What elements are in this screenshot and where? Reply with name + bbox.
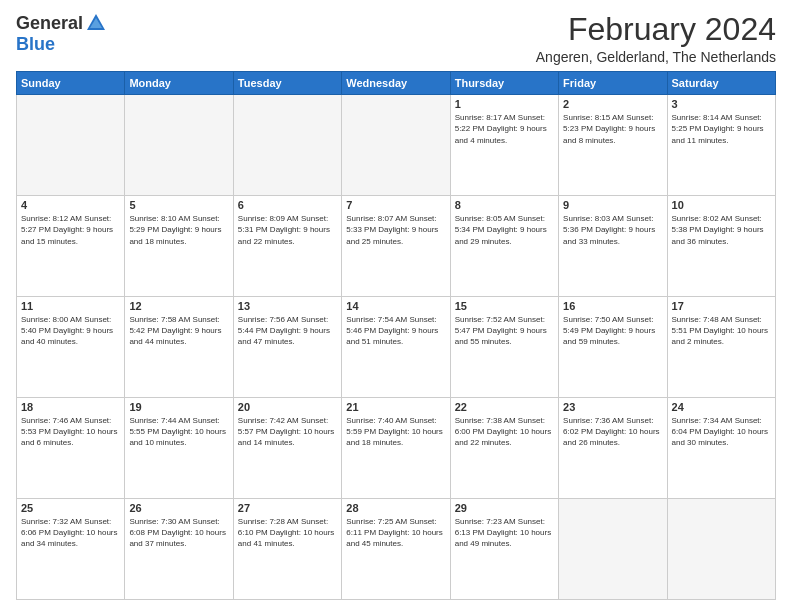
calendar-cell: 25Sunrise: 7:32 AM Sunset: 6:06 PM Dayli… bbox=[17, 499, 125, 600]
day-info: Sunrise: 8:15 AM Sunset: 5:23 PM Dayligh… bbox=[563, 112, 662, 146]
day-number: 11 bbox=[21, 300, 120, 312]
day-info: Sunrise: 8:09 AM Sunset: 5:31 PM Dayligh… bbox=[238, 213, 337, 247]
calendar-week-row: 18Sunrise: 7:46 AM Sunset: 5:53 PM Dayli… bbox=[17, 398, 776, 499]
calendar-cell: 26Sunrise: 7:30 AM Sunset: 6:08 PM Dayli… bbox=[125, 499, 233, 600]
calendar-cell: 5Sunrise: 8:10 AM Sunset: 5:29 PM Daylig… bbox=[125, 196, 233, 297]
day-info: Sunrise: 8:05 AM Sunset: 5:34 PM Dayligh… bbox=[455, 213, 554, 247]
day-info: Sunrise: 7:56 AM Sunset: 5:44 PM Dayligh… bbox=[238, 314, 337, 348]
day-number: 1 bbox=[455, 98, 554, 110]
day-info: Sunrise: 7:46 AM Sunset: 5:53 PM Dayligh… bbox=[21, 415, 120, 449]
day-info: Sunrise: 7:42 AM Sunset: 5:57 PM Dayligh… bbox=[238, 415, 337, 449]
calendar-cell: 23Sunrise: 7:36 AM Sunset: 6:02 PM Dayli… bbox=[559, 398, 667, 499]
day-info: Sunrise: 7:58 AM Sunset: 5:42 PM Dayligh… bbox=[129, 314, 228, 348]
logo: General Blue bbox=[16, 12, 107, 55]
day-info: Sunrise: 8:14 AM Sunset: 5:25 PM Dayligh… bbox=[672, 112, 771, 146]
day-number: 29 bbox=[455, 502, 554, 514]
calendar-cell: 13Sunrise: 7:56 AM Sunset: 5:44 PM Dayli… bbox=[233, 297, 341, 398]
day-number: 18 bbox=[21, 401, 120, 413]
logo-blue: Blue bbox=[16, 34, 55, 55]
day-info: Sunrise: 7:38 AM Sunset: 6:00 PM Dayligh… bbox=[455, 415, 554, 449]
calendar-cell bbox=[667, 499, 775, 600]
calendar-cell: 1Sunrise: 8:17 AM Sunset: 5:22 PM Daylig… bbox=[450, 95, 558, 196]
location: Angeren, Gelderland, The Netherlands bbox=[536, 49, 776, 65]
calendar-cell bbox=[559, 499, 667, 600]
day-info: Sunrise: 7:52 AM Sunset: 5:47 PM Dayligh… bbox=[455, 314, 554, 348]
calendar-cell: 3Sunrise: 8:14 AM Sunset: 5:25 PM Daylig… bbox=[667, 95, 775, 196]
calendar-cell: 19Sunrise: 7:44 AM Sunset: 5:55 PM Dayli… bbox=[125, 398, 233, 499]
day-number: 14 bbox=[346, 300, 445, 312]
month-year: February 2024 bbox=[536, 12, 776, 47]
calendar-cell: 10Sunrise: 8:02 AM Sunset: 5:38 PM Dayli… bbox=[667, 196, 775, 297]
day-info: Sunrise: 8:12 AM Sunset: 5:27 PM Dayligh… bbox=[21, 213, 120, 247]
day-info: Sunrise: 7:40 AM Sunset: 5:59 PM Dayligh… bbox=[346, 415, 445, 449]
calendar-week-row: 4Sunrise: 8:12 AM Sunset: 5:27 PM Daylig… bbox=[17, 196, 776, 297]
calendar-cell: 4Sunrise: 8:12 AM Sunset: 5:27 PM Daylig… bbox=[17, 196, 125, 297]
calendar-cell: 11Sunrise: 8:00 AM Sunset: 5:40 PM Dayli… bbox=[17, 297, 125, 398]
calendar-cell: 28Sunrise: 7:25 AM Sunset: 6:11 PM Dayli… bbox=[342, 499, 450, 600]
col-sunday: Sunday bbox=[17, 72, 125, 95]
day-number: 3 bbox=[672, 98, 771, 110]
day-info: Sunrise: 7:30 AM Sunset: 6:08 PM Dayligh… bbox=[129, 516, 228, 550]
day-number: 12 bbox=[129, 300, 228, 312]
day-number: 20 bbox=[238, 401, 337, 413]
day-number: 7 bbox=[346, 199, 445, 211]
header: General Blue February 2024 Angeren, Geld… bbox=[16, 12, 776, 65]
calendar-cell: 17Sunrise: 7:48 AM Sunset: 5:51 PM Dayli… bbox=[667, 297, 775, 398]
day-number: 23 bbox=[563, 401, 662, 413]
calendar-cell: 12Sunrise: 7:58 AM Sunset: 5:42 PM Dayli… bbox=[125, 297, 233, 398]
day-info: Sunrise: 7:36 AM Sunset: 6:02 PM Dayligh… bbox=[563, 415, 662, 449]
day-number: 9 bbox=[563, 199, 662, 211]
day-number: 27 bbox=[238, 502, 337, 514]
calendar-cell: 15Sunrise: 7:52 AM Sunset: 5:47 PM Dayli… bbox=[450, 297, 558, 398]
day-number: 10 bbox=[672, 199, 771, 211]
day-info: Sunrise: 7:54 AM Sunset: 5:46 PM Dayligh… bbox=[346, 314, 445, 348]
day-number: 19 bbox=[129, 401, 228, 413]
calendar-cell bbox=[125, 95, 233, 196]
calendar-cell: 16Sunrise: 7:50 AM Sunset: 5:49 PM Dayli… bbox=[559, 297, 667, 398]
day-info: Sunrise: 7:34 AM Sunset: 6:04 PM Dayligh… bbox=[672, 415, 771, 449]
day-info: Sunrise: 8:00 AM Sunset: 5:40 PM Dayligh… bbox=[21, 314, 120, 348]
calendar-cell: 7Sunrise: 8:07 AM Sunset: 5:33 PM Daylig… bbox=[342, 196, 450, 297]
day-info: Sunrise: 8:02 AM Sunset: 5:38 PM Dayligh… bbox=[672, 213, 771, 247]
day-info: Sunrise: 8:17 AM Sunset: 5:22 PM Dayligh… bbox=[455, 112, 554, 146]
calendar-cell: 20Sunrise: 7:42 AM Sunset: 5:57 PM Dayli… bbox=[233, 398, 341, 499]
calendar-table: Sunday Monday Tuesday Wednesday Thursday… bbox=[16, 71, 776, 600]
day-info: Sunrise: 7:23 AM Sunset: 6:13 PM Dayligh… bbox=[455, 516, 554, 550]
day-number: 2 bbox=[563, 98, 662, 110]
calendar-cell: 8Sunrise: 8:05 AM Sunset: 5:34 PM Daylig… bbox=[450, 196, 558, 297]
day-info: Sunrise: 8:03 AM Sunset: 5:36 PM Dayligh… bbox=[563, 213, 662, 247]
calendar-cell: 6Sunrise: 8:09 AM Sunset: 5:31 PM Daylig… bbox=[233, 196, 341, 297]
day-number: 5 bbox=[129, 199, 228, 211]
day-number: 28 bbox=[346, 502, 445, 514]
day-number: 24 bbox=[672, 401, 771, 413]
day-info: Sunrise: 8:10 AM Sunset: 5:29 PM Dayligh… bbox=[129, 213, 228, 247]
calendar-cell bbox=[233, 95, 341, 196]
calendar-week-row: 1Sunrise: 8:17 AM Sunset: 5:22 PM Daylig… bbox=[17, 95, 776, 196]
calendar-header-row: Sunday Monday Tuesday Wednesday Thursday… bbox=[17, 72, 776, 95]
day-info: Sunrise: 8:07 AM Sunset: 5:33 PM Dayligh… bbox=[346, 213, 445, 247]
day-info: Sunrise: 7:32 AM Sunset: 6:06 PM Dayligh… bbox=[21, 516, 120, 550]
day-info: Sunrise: 7:28 AM Sunset: 6:10 PM Dayligh… bbox=[238, 516, 337, 550]
col-friday: Friday bbox=[559, 72, 667, 95]
day-number: 8 bbox=[455, 199, 554, 211]
title-section: February 2024 Angeren, Gelderland, The N… bbox=[536, 12, 776, 65]
day-info: Sunrise: 7:48 AM Sunset: 5:51 PM Dayligh… bbox=[672, 314, 771, 348]
logo-text: General bbox=[16, 12, 107, 34]
logo-general: General bbox=[16, 13, 83, 34]
col-tuesday: Tuesday bbox=[233, 72, 341, 95]
calendar-cell: 9Sunrise: 8:03 AM Sunset: 5:36 PM Daylig… bbox=[559, 196, 667, 297]
calendar-cell: 14Sunrise: 7:54 AM Sunset: 5:46 PM Dayli… bbox=[342, 297, 450, 398]
col-saturday: Saturday bbox=[667, 72, 775, 95]
calendar-cell: 21Sunrise: 7:40 AM Sunset: 5:59 PM Dayli… bbox=[342, 398, 450, 499]
col-monday: Monday bbox=[125, 72, 233, 95]
day-info: Sunrise: 7:25 AM Sunset: 6:11 PM Dayligh… bbox=[346, 516, 445, 550]
day-number: 17 bbox=[672, 300, 771, 312]
calendar-week-row: 11Sunrise: 8:00 AM Sunset: 5:40 PM Dayli… bbox=[17, 297, 776, 398]
day-number: 26 bbox=[129, 502, 228, 514]
calendar-cell: 24Sunrise: 7:34 AM Sunset: 6:04 PM Dayli… bbox=[667, 398, 775, 499]
day-number: 25 bbox=[21, 502, 120, 514]
calendar-week-row: 25Sunrise: 7:32 AM Sunset: 6:06 PM Dayli… bbox=[17, 499, 776, 600]
day-number: 16 bbox=[563, 300, 662, 312]
calendar-cell: 22Sunrise: 7:38 AM Sunset: 6:00 PM Dayli… bbox=[450, 398, 558, 499]
day-number: 22 bbox=[455, 401, 554, 413]
